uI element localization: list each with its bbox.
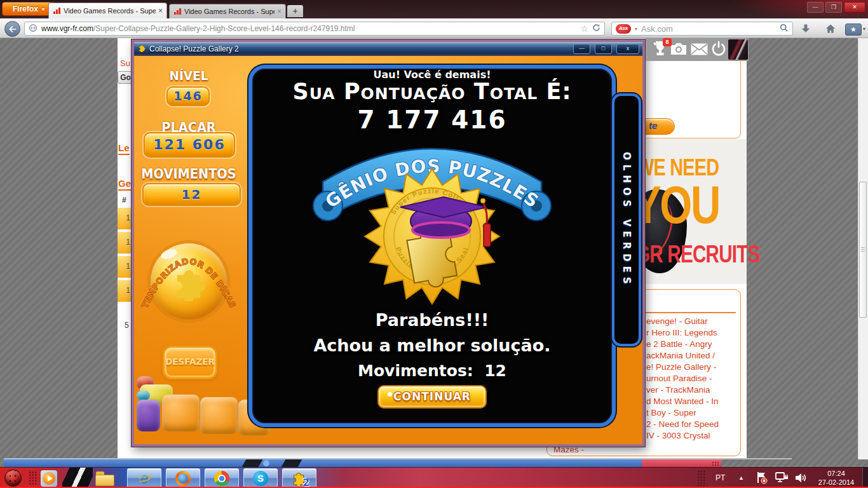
game-link-line[interactable]: ver - TrackMania — [646, 384, 719, 396]
notification-badge: 8 — [663, 38, 672, 46]
game-link-line[interactable]: ackMania United / — [646, 350, 719, 362]
tab-inactive[interactable]: Video Games Records - Super Collaps... × — [169, 4, 286, 18]
firefox-taskbar-button[interactable] — [166, 468, 200, 488]
score-value: 121 606 — [144, 132, 235, 158]
show-desktop-button[interactable] — [862, 468, 868, 488]
chrome-taskbar-button[interactable] — [205, 468, 239, 488]
screen: Firefox ▾ Video Games Records - Super Co… — [0, 0, 868, 488]
close-button[interactable]: x — [616, 44, 639, 54]
maximize-button[interactable]: □ — [595, 44, 612, 54]
wow-text: Uau! Você é demais! — [252, 69, 612, 81]
avatar[interactable] — [728, 39, 748, 60]
site-favicon — [173, 7, 182, 17]
poster-line: GR RECRUITS — [635, 241, 760, 268]
skype-icon: S — [253, 471, 268, 486]
game-block-orange[interactable] — [162, 395, 200, 431]
banner-fragment — [4, 459, 642, 467]
url-domain: www.vgr-fr.com — [41, 24, 93, 33]
collapse-game-icon: 2 — [290, 470, 308, 487]
new-tab-button[interactable]: + — [287, 5, 303, 17]
game-link-line[interactable]: r Hero III: Legends — [646, 327, 719, 339]
page-link-fragment[interactable]: Su — [120, 58, 130, 68]
reload-icon[interactable] — [592, 24, 600, 34]
game-block-purple[interactable] — [137, 400, 160, 431]
page-heading-fragment: Le — [118, 142, 130, 155]
camera-icon[interactable] — [670, 43, 687, 58]
volume-icon[interactable] — [794, 471, 807, 487]
game-link-line[interactable]: d Most Wanted - In — [646, 396, 719, 407]
game-link-line[interactable]: e 2 Battle - Angry — [646, 339, 719, 350]
firefox-icon — [175, 471, 191, 486]
grip-dots — [712, 461, 720, 466]
bookmarks-panel-button[interactable]: ★ — [845, 24, 862, 36]
scrollbar-thumb[interactable] — [859, 182, 867, 318]
file-explorer-icon[interactable] — [95, 471, 114, 486]
close-button[interactable]: ✕ — [844, 2, 865, 13]
show-hidden-icons[interactable]: ▲ — [738, 475, 744, 481]
game-title-bar[interactable]: Collapse! Puzzle Gallery 2 — □ x — [134, 42, 642, 56]
search-icon[interactable] — [780, 24, 789, 34]
game-link-line[interactable]: IV - 3003 Crystal — [646, 430, 719, 442]
moves-label: Movimentos — [139, 166, 239, 182]
bookmark-star-icon[interactable]: ☆ — [580, 24, 588, 33]
chevron-down-icon: ▾ — [42, 6, 44, 12]
game-window-title: Collapse! Puzzle Gallery 2 — [149, 44, 569, 53]
download-icon[interactable] — [799, 23, 812, 37]
hint-timer-label-arc: TEMPORIZADOR DE DICAS — [140, 222, 237, 323]
media-player-icon[interactable] — [41, 470, 57, 487]
best-solution-text: Achou a melhor solução. — [252, 336, 612, 355]
internet-explorer-button[interactable]: e — [127, 468, 161, 488]
site-favicon — [53, 6, 61, 16]
minimize-button[interactable]: — — [573, 44, 590, 54]
tray-separator-dots — [697, 470, 706, 486]
home-icon[interactable] — [824, 23, 837, 37]
language-indicator[interactable]: PT — [715, 473, 725, 482]
browser-tab-strip: Firefox ▾ Video Games Records - Super Co… — [0, 0, 868, 18]
hint-timer-label: TEMPORIZADOR DE DICAS — [140, 257, 237, 310]
power-icon[interactable] — [711, 41, 726, 60]
globe-icon — [29, 24, 37, 34]
chevron-down-icon[interactable]: ▾ — [863, 26, 865, 32]
game-link-line[interactable]: e! Puzzle Gallery - — [646, 362, 719, 373]
firefox-menu-label: Firefox — [13, 4, 38, 13]
game-link-line[interactable]: urnout Paradise - — [646, 373, 719, 384]
game-link-line[interactable]: evenge! - Guitar — [646, 316, 719, 327]
url-path: /Super-Collapse-Puzzle-Gallery-2-High-Sc… — [93, 24, 355, 33]
game-link-line[interactable]: t Boy - Super — [646, 407, 719, 419]
browser-window-controls: — ❐ ✕ — [807, 2, 865, 13]
undo-button[interactable]: DESFAZER — [163, 346, 217, 379]
search-placeholder: Ask.com — [641, 24, 776, 34]
ask-logo-icon[interactable]: Ask — [616, 24, 631, 34]
clock[interactable]: 07:24 27-02-2014 — [812, 469, 860, 487]
game-block-orange[interactable] — [200, 397, 238, 434]
banner-fragment — [642, 459, 721, 467]
skype-taskbar-button[interactable]: S — [243, 468, 278, 488]
continue-button[interactable]: CONTINUAR — [377, 385, 487, 409]
game-block-teal[interactable] — [137, 391, 150, 400]
collapse-game-taskbar-button[interactable]: 2 — [282, 468, 316, 488]
right-side-tab[interactable]: OLHOS VERDES — [612, 93, 641, 346]
level-value: 146 — [166, 86, 210, 106]
tab-active[interactable]: Video Games Records - Super Collaps... × — [48, 3, 167, 18]
minimize-button[interactable]: — — [807, 2, 824, 13]
maximize-button[interactable]: ❐ — [825, 2, 842, 13]
cap-rim — [412, 222, 470, 238]
page-heading-fragment: Ge — [118, 178, 131, 191]
chrome-icon — [214, 471, 229, 486]
start-button[interactable] — [4, 470, 22, 487]
vote-button-label[interactable]: te — [649, 120, 657, 131]
chevron-down-icon[interactable]: ▾ — [635, 26, 637, 32]
network-icon[interactable] — [775, 472, 789, 486]
tab-close-icon[interactable]: × — [277, 8, 281, 15]
back-button[interactable] — [4, 21, 20, 37]
tab-close-icon[interactable]: × — [158, 8, 163, 14]
url-bar[interactable]: www.vgr-fr.com/Super-Collapse-Puzzle-Gal… — [24, 22, 605, 36]
url-text: www.vgr-fr.com/Super-Collapse-Puzzle-Gal… — [41, 24, 576, 33]
firefox-menu-button[interactable]: Firefox ▾ — [2, 2, 55, 16]
search-bar[interactable]: Ask ▾ Ask.com — [611, 22, 793, 36]
game-link-line[interactable]: 2 - Need for Speed — [646, 419, 719, 430]
poster-line: YOU — [634, 174, 719, 236]
mail-icon[interactable] — [691, 43, 708, 58]
game-window: Collapse! Puzzle Gallery 2 — □ x Nível 1… — [132, 39, 645, 447]
action-center-flag-icon[interactable] — [756, 471, 768, 487]
